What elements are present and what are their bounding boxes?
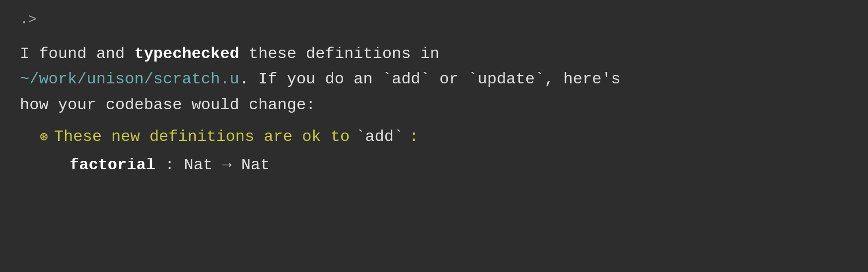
ok-text-suffix: : [409, 128, 419, 146]
filepath-text: ~/work/unison/scratch.u [20, 70, 239, 88]
ok-icon: ⊛ [40, 128, 48, 145]
typechecked-word: typechecked [134, 45, 239, 63]
def-name: factorial [70, 156, 155, 174]
line2-suffix: . If you do an [239, 70, 382, 88]
def-separator: : Nat [155, 156, 222, 174]
line2-end: , here's [544, 70, 621, 88]
def-return-type: Nat [231, 156, 270, 174]
ok-add-code: `add` [356, 128, 403, 146]
ok-section: ⊛ These new definitions are ok to `add`:… [40, 128, 848, 174]
terminal-window: .> I found and typechecked these definit… [0, 0, 868, 272]
prompt-text: .> [20, 12, 37, 27]
ok-line: ⊛ These new definitions are ok to `add`: [40, 128, 848, 146]
line3-text: how your codebase would change: [20, 96, 315, 114]
def-arrow: → [222, 156, 231, 174]
add-code: `add` [382, 70, 430, 88]
line2-or: or [430, 70, 468, 88]
main-description: I found and typechecked these definition… [20, 41, 848, 118]
prompt-line: .> [20, 10, 848, 29]
line1-suffix: these definitions in [239, 45, 439, 63]
ok-text-prefix: These new definitions are ok to [54, 128, 350, 146]
definition-line: factorial : Nat → Nat [70, 156, 848, 174]
update-code: `update` [468, 70, 545, 88]
line1-prefix: I found and [20, 45, 134, 63]
